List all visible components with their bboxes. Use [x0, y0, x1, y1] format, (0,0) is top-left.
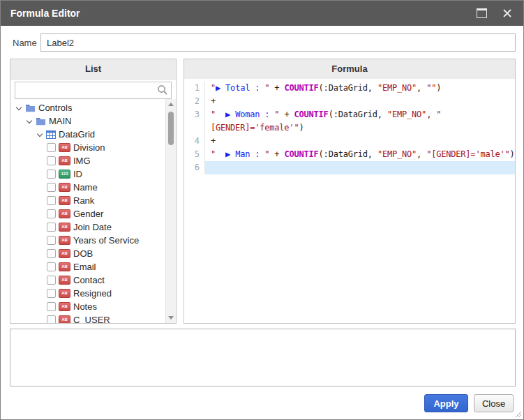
tree-item-email[interactable]: ABEmail [10, 260, 165, 273]
search-icon [157, 84, 168, 96]
text-field-icon: AB [59, 156, 70, 165]
tree-item-label: Controls [38, 103, 72, 113]
checkbox[interactable] [47, 289, 56, 298]
chevron-down-icon[interactable] [15, 105, 22, 112]
tree-item-id[interactable]: 123ID [10, 167, 165, 181]
number-field-icon: 123 [59, 170, 70, 179]
code-text[interactable]: [GENDER]='female'") [205, 121, 515, 135]
search-input[interactable] [15, 82, 172, 99]
tree-item-label: Resigned [73, 288, 112, 299]
code-line[interactable]: 3" ▶ Woman : " + COUNTIF(:DataGrid, "EMP… [184, 108, 515, 121]
resize-grip[interactable] [514, 410, 521, 417]
checkbox[interactable] [47, 249, 56, 258]
code-lines[interactable]: 1"▶ Total : " + COUNTIF(:DataGrid, "EMP_… [184, 79, 515, 323]
checkbox[interactable] [47, 183, 56, 192]
tree-item-label: Years of Service [73, 235, 139, 246]
folder-icon [25, 103, 36, 112]
code-text[interactable]: " ▶ Man : " + COUNTIF(:DataGrid, "EMP_NO… [205, 148, 515, 161]
scroll-up-icon[interactable] [168, 103, 174, 106]
tree-item-dob[interactable]: ABDOB [10, 247, 165, 260]
apply-button[interactable]: Apply [424, 394, 468, 412]
checkbox[interactable] [47, 170, 56, 179]
code-text[interactable]: " ▶ Woman : " + COUNTIF(:DataGrid, "EMP_… [205, 108, 515, 121]
maximize-icon [477, 8, 487, 18]
tree-item-label: Contact [73, 275, 105, 285]
chevron-down-icon[interactable] [26, 118, 33, 125]
code-line[interactable]: 6 [184, 161, 515, 174]
code-text[interactable]: + [205, 95, 515, 108]
checkbox[interactable] [47, 209, 56, 218]
checkbox[interactable] [47, 223, 56, 232]
close-dialog-button[interactable]: Close [474, 394, 514, 412]
tree-item-years-of-service[interactable]: ABYears of Service [10, 234, 165, 247]
tree-item-rank[interactable]: ABRank [10, 194, 165, 207]
close-icon [502, 8, 512, 18]
tree-item-main[interactable]: MAIN [10, 114, 165, 128]
tree-item-resigned[interactable]: ABResigned [10, 287, 165, 300]
tree-item-label: Division [73, 142, 105, 153]
control-tree: ControlsMAINDataGridABDivisionABIMG123ID… [10, 99, 165, 323]
text-field-icon: AB [59, 276, 70, 285]
tree-scrollbar[interactable] [165, 99, 176, 323]
code-text[interactable]: "▶ Total : " + COUNTIF(:DataGrid, "EMP_N… [205, 82, 515, 95]
line-number: 1 [184, 82, 205, 95]
tree-item-label: Gender [73, 209, 103, 219]
name-label: Name [13, 38, 37, 48]
description-box[interactable] [10, 329, 516, 387]
line-number: 2 [184, 95, 205, 108]
checkbox[interactable] [47, 276, 56, 285]
line-number: 4 [184, 135, 205, 148]
tree-item-controls[interactable]: Controls [10, 101, 165, 114]
tree-item-label: Email [73, 262, 96, 272]
code-line[interactable]: 4+ [184, 135, 515, 148]
text-field-icon: AB [59, 262, 70, 271]
tree-item-join-date[interactable]: ABJoin Date [10, 220, 165, 234]
tree-item-notes[interactable]: ABNotes [10, 300, 165, 313]
tree-item-contact[interactable]: ABContact [10, 273, 165, 287]
scroll-down-icon[interactable] [168, 316, 174, 320]
line-number [184, 121, 205, 135]
tree-item-division[interactable]: ABDivision [10, 141, 165, 154]
folder-icon [36, 117, 46, 126]
code-line[interactable]: 5" ▶ Man : " + COUNTIF(:DataGrid, "EMP_N… [184, 148, 515, 161]
checkbox[interactable] [47, 262, 56, 271]
tree-item-label: DataGrid [59, 129, 95, 140]
code-text[interactable] [205, 161, 515, 174]
formula-panel-header: Formula [184, 59, 515, 80]
tree-item-img[interactable]: ABIMG [10, 154, 165, 167]
code-text[interactable]: + [205, 135, 515, 148]
code-line[interactable]: [GENDER]='female'") [184, 121, 515, 135]
tree-item-name[interactable]: ABName [10, 181, 165, 194]
tree-item-label: Rank [73, 195, 94, 206]
name-input[interactable] [40, 33, 516, 52]
code-line[interactable]: 1"▶ Total : " + COUNTIF(:DataGrid, "EMP_… [184, 82, 515, 95]
maximize-button[interactable] [475, 7, 488, 20]
checkbox[interactable] [47, 315, 56, 323]
checkbox[interactable] [47, 236, 56, 245]
tree-item-datagrid[interactable]: DataGrid [10, 128, 165, 141]
titlebar: Formula Editor [1, 1, 523, 26]
tree-item-gender[interactable]: ABGender [10, 207, 165, 220]
chevron-down-icon[interactable] [36, 131, 43, 138]
grid-icon [46, 130, 56, 139]
tree-item-c-user[interactable]: ABC_USER [10, 313, 165, 323]
tree-item-label: Notes [73, 301, 97, 312]
tree-item-label: C_USER [73, 315, 110, 323]
tree-item-label: Name [73, 182, 98, 193]
checkbox[interactable] [47, 143, 56, 152]
text-field-icon: AB [59, 209, 70, 218]
tree-item-label: MAIN [49, 116, 72, 126]
text-field-icon: AB [59, 302, 70, 311]
tree-item-label: IMG [73, 156, 91, 166]
code-line[interactable]: 2+ [184, 95, 515, 108]
close-button[interactable] [501, 7, 514, 20]
checkbox[interactable] [47, 156, 56, 165]
line-number: 5 [184, 148, 205, 161]
text-field-icon: AB [59, 315, 70, 323]
checkbox[interactable] [47, 302, 56, 311]
text-field-icon: AB [59, 249, 70, 258]
list-panel: List ControlsMAINDataGridABDivisionABIMG… [10, 59, 177, 324]
scrollbar-thumb[interactable] [168, 112, 174, 145]
text-field-icon: AB [59, 223, 70, 232]
checkbox[interactable] [47, 196, 56, 205]
